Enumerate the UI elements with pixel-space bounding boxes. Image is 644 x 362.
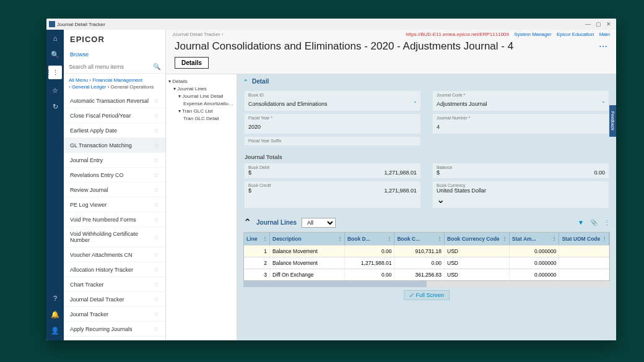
window-title: Journal Detail Tracker — [57, 22, 105, 27]
journal-code-field[interactable]: Journal Code *Adjustments Journal⌄ — [433, 91, 609, 111]
chevron-down-icon: ⌄ — [413, 98, 417, 104]
crumb-gl[interactable]: General Ledger — [72, 84, 107, 90]
tree-details[interactable]: ▾ Details — [168, 77, 234, 85]
fiscal-year-suffix-field[interactable]: Fiscal Year Suffix — [245, 137, 420, 145]
search-icon[interactable]: 🔍 — [50, 50, 60, 59]
chevron-up-icon: ⌃ — [243, 217, 251, 228]
menu-item[interactable]: Void Withholding Certificate Number☆ — [64, 227, 165, 248]
fiscal-year-field[interactable]: Fiscal Year *2020 — [245, 114, 420, 134]
journal-lines-header: ⌃ Journal Lines All ▼ 📎 ⋮ — [237, 213, 616, 232]
nav-tree: ▾ Details ▾ Journal Lines ▾ Journal Line… — [166, 74, 237, 340]
star-icon[interactable]: ☆ — [154, 325, 159, 332]
close-button[interactable]: ✕ — [606, 21, 611, 27]
fullscreen-button[interactable]: ⤢ Full Screen — [404, 290, 450, 300]
menu-item[interactable]: Chart Tracker☆ — [64, 277, 165, 292]
menu-search-icon[interactable]: 🔍 — [153, 63, 160, 70]
page-title: Journal Consolidations and Eliminations … — [175, 40, 513, 53]
menu-item[interactable]: Void Pre Numbered Forms☆ — [64, 212, 165, 227]
menu-item[interactable]: PE Log Viewer☆ — [64, 197, 165, 212]
journal-number-field[interactable]: Journal Number *4 — [433, 114, 609, 134]
user-link[interactable]: System Manager — [514, 32, 551, 37]
star-icon[interactable]: ☆ — [154, 251, 159, 258]
menu-panel: EPICOR Browse 🔍 All Menu › Financial Man… — [64, 30, 166, 340]
notifications-icon[interactable]: 🔔 — [50, 309, 60, 319]
star-icon[interactable]: ☆ — [154, 112, 159, 119]
star-icon[interactable]: ☆ — [154, 97, 159, 104]
apps-icon[interactable]: ⋮⋮⋮ — [48, 66, 62, 79]
feedback-tab[interactable]: Feedback — [609, 105, 616, 137]
menu-item[interactable]: Automatic Transaction Reversal☆ — [64, 93, 165, 108]
home-icon[interactable]: ⌂ — [50, 33, 60, 43]
menu-item[interactable]: Review Journal☆ — [64, 183, 165, 197]
menu-item[interactable]: Journal Entry☆ — [64, 153, 165, 168]
maximize-button[interactable]: ▢ — [596, 21, 601, 27]
menu-item[interactable]: Voucher Attachments CN☆ — [64, 248, 165, 262]
menu-item[interactable]: Revelations Entry CO☆ — [64, 168, 165, 183]
star-icon[interactable]: ☆ — [154, 216, 159, 223]
favorites-icon[interactable]: ☆ — [50, 85, 60, 95]
journal-lines-grid: Line Description Book D... Book C... Boo… — [243, 232, 610, 281]
table-row[interactable]: 1Balance Movement0.00910,731.18USD0.0000… — [244, 245, 609, 257]
star-icon[interactable]: ☆ — [154, 142, 159, 149]
detail-header[interactable]: ⌃Detail — [237, 74, 616, 88]
star-icon[interactable]: ☆ — [154, 201, 159, 208]
app-window: Journal Detail Tracker — ▢ ✕ ⌂ 🔍 ⋮⋮⋮ ☆ ↻… — [46, 19, 616, 340]
star-icon[interactable]: ☆ — [154, 171, 159, 178]
col-stat-uom[interactable]: Stat UOM Code — [559, 233, 609, 245]
star-icon[interactable]: ☆ — [154, 281, 159, 288]
col-description[interactable]: Description — [270, 233, 345, 245]
menu-item[interactable]: Apply Recurring Journals☆ — [64, 322, 165, 337]
page-actions-icon[interactable]: ⋯ — [599, 41, 607, 51]
star-icon[interactable]: ☆ — [154, 311, 159, 317]
star-icon[interactable]: ☆ — [154, 157, 159, 163]
page-breadcrumb: Journal Detail Tracker › — [172, 32, 224, 37]
history-icon[interactable]: ↻ — [50, 101, 60, 111]
overflow-icon[interactable]: ⋮ — [604, 219, 610, 226]
table-row[interactable]: 2Balance Movement1,271,988.010.00USD0.00… — [244, 257, 609, 269]
menu-item[interactable]: Journal Detail Tracker☆ — [64, 292, 165, 307]
filter-icon[interactable]: ▼ — [578, 219, 584, 226]
col-line[interactable]: Line — [244, 233, 270, 245]
server-url: https://BUD-E11.emea.epicor.net/ERP11110… — [406, 32, 509, 37]
journal-lines-filter[interactable]: All — [302, 218, 336, 228]
book-id-field[interactable]: Book IDConsolidations and Eliminations⌄ — [245, 91, 420, 111]
minimize-button[interactable]: — — [585, 21, 591, 27]
book-currency-field[interactable]: Book CurrencyUnited States Dollar⌄ — [433, 181, 609, 208]
titlebar: Journal Detail Tracker — ▢ ✕ — [46, 19, 616, 30]
app-icon — [49, 21, 55, 27]
star-icon[interactable]: ☆ — [154, 186, 159, 193]
star-icon[interactable]: ☆ — [154, 296, 159, 303]
tree-tran-glc-list[interactable]: ▾ Tran GLC List — [168, 107, 234, 114]
horizontal-scrollbar[interactable] — [243, 281, 610, 287]
menu-search-input[interactable] — [69, 64, 153, 70]
help-icon[interactable]: ? — [50, 293, 60, 303]
tree-expense-amort[interactable]: Expense Amortization Sch — [168, 100, 234, 107]
company-link[interactable]: Epicor Education — [557, 32, 594, 37]
user-icon[interactable]: 👤 — [50, 325, 60, 335]
tree-tran-glc-detail[interactable]: Tran GLC Detail — [168, 114, 234, 122]
star-icon[interactable]: ☆ — [154, 234, 159, 241]
menu-item[interactable]: Close Fiscal Period/Year☆ — [64, 108, 165, 123]
tree-journal-line-detail[interactable]: ▾ Journal Line Detail — [168, 92, 234, 100]
menu-item[interactable]: Allocation History Tracker☆ — [64, 262, 165, 277]
star-icon[interactable]: ☆ — [154, 266, 159, 273]
tree-journal-lines[interactable]: ▾ Journal Lines — [168, 85, 234, 92]
crumb-all-menu[interactable]: All Menu — [69, 77, 88, 83]
nav-rail: ⌂ 🔍 ⋮⋮⋮ ☆ ↻ ? 🔔 👤 — [46, 30, 64, 340]
crumb-go: General Operations — [111, 84, 154, 90]
menu-item[interactable]: Journal Tracker☆ — [64, 307, 165, 322]
content-panel: ⌃Detail Book IDConsolidations and Elimin… — [237, 74, 616, 340]
col-book-currency[interactable]: Book Currency Code — [445, 233, 510, 245]
col-book-debit[interactable]: Book D... — [345, 233, 395, 245]
site-link[interactable]: Main — [599, 32, 610, 37]
table-row[interactable]: 3Diff On Exchange0.00361,256.83USD0.0000… — [244, 269, 609, 280]
crumb-fm[interactable]: Financial Management — [92, 77, 142, 83]
menu-item[interactable]: GL Transaction Matching☆ — [64, 138, 165, 153]
star-icon[interactable]: ☆ — [154, 127, 159, 134]
details-tab[interactable]: Details — [175, 57, 209, 69]
browse-link[interactable]: Browse — [64, 49, 165, 60]
col-stat-amount[interactable]: Stat Am... — [510, 233, 560, 245]
col-book-credit[interactable]: Book C... — [394, 233, 445, 245]
attachment-icon[interactable]: 📎 — [590, 219, 598, 226]
menu-item[interactable]: Earliest Apply Date☆ — [64, 123, 165, 138]
